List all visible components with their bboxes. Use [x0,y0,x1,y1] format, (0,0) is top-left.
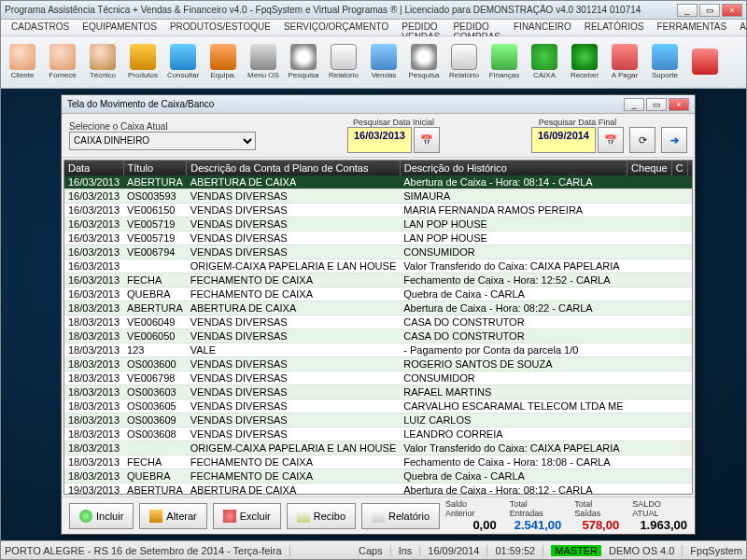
minimize-button[interactable]: _ [677,4,698,17]
menu-financeiro[interactable]: FINANCEIRO [507,20,578,35]
menu-ferramentas[interactable]: FERRAMENTAS [650,20,733,35]
tool-cliente[interactable]: Cliente [3,38,42,85]
table-header-row: DataTítuloDescrição da Conta d Plano de … [64,161,693,175]
col-header[interactable]: Título [123,161,187,175]
date-start-value[interactable]: 16/03/2013 [347,127,412,153]
tool-financas[interactable]: Finanças [485,38,524,85]
excluir-button[interactable]: Excluir [213,503,281,529]
table-row[interactable]: 18/03/2013VE006049VENDAS DIVERSASCASA DO… [64,315,693,329]
date-start-picker-icon[interactable]: 📅 [414,127,440,153]
table-row[interactable]: 18/03/2013OS003603VENDAS DIVERSASRAFAEL … [64,385,693,399]
add-icon [79,510,92,523]
incluir-button[interactable]: Incluir [69,503,134,529]
col-header[interactable]: Descrição do Histórico [400,161,627,175]
menu-relatórios[interactable]: RELATÓRIOS [578,20,651,35]
financas-icon [491,44,517,70]
grid[interactable]: DataTítuloDescrição da Conta d Plano de … [63,160,693,495]
table-row[interactable]: 16/03/2013ORIGEM-CAIXA PAPELARIA E LAN H… [64,259,693,273]
maximize-button[interactable]: ▭ [699,4,720,17]
date-end-picker-icon[interactable]: 📅 [598,127,624,153]
content-area: Tela do Movimento de Caixa/Banco _ ▭ × S… [1,89,746,540]
equipa-icon [210,44,236,70]
window-buttons: _ ▭ × [677,4,742,17]
col-header[interactable]: Data [64,161,123,175]
dialog-title: Tela do Movimento de Caixa/Banco [67,99,624,109]
table-row[interactable]: 18/03/2013123VALE- Pagamento por Conta d… [64,343,693,357]
next-icon[interactable]: ➔ [661,127,687,153]
date-end-value[interactable]: 16/09/2014 [531,127,596,153]
tool-suporte[interactable]: Suporte [645,38,684,85]
tool-pesquisa[interactable]: Pesquisa [284,38,323,85]
col-header[interactable]: Cheque [627,161,672,175]
table-row[interactable]: 18/03/2013OS003609VENDAS DIVERSASLUIZ CA… [64,413,693,427]
menu-serviço/orçamento[interactable]: SERVIÇO/ORÇAMENTO [277,20,395,35]
tool-relatorio[interactable]: Relatório [324,38,363,85]
consultar-icon [170,44,196,70]
table-row[interactable]: 16/03/2013VE006794VENDAS DIVERSASCONSUMI… [64,245,693,259]
main-window: Programa Assistência Técnica + Vendas & … [0,0,747,560]
toolbar: ClienteForneceTécnicoProdutosConsultarEq… [1,36,746,89]
menu-pedido compras[interactable]: PEDIDO COMPRAS [446,20,507,35]
col-header[interactable]: Descrição da Conta d Plano de Contas [187,161,400,175]
tool-receber[interactable]: Receber [565,38,604,85]
menu-pedido vendas[interactable]: PEDIDO VENDAS [395,20,446,35]
table-row[interactable]: 16/03/2013FECHAFECHAMENTO DE CAIXAFecham… [64,273,693,287]
table-row[interactable]: 16/03/2013ABERTURAABERTURA DE CAIXAAbert… [64,175,693,189]
tool-vendas[interactable]: Vendas [364,38,403,85]
table-row[interactable]: 16/03/2013OS003593VENDAS DIVERSASSIMAURA… [64,189,693,203]
table-row[interactable]: 19/03/2013ABERTURAABERTURA DE CAIXAAbert… [64,483,693,496]
tool-fornece[interactable]: Fornece [43,38,82,85]
tool-equipa[interactable]: Equipa. [204,38,243,85]
tool-pesquisa[interactable]: Pesquisa [404,38,444,85]
status-system: FpqSystem [690,545,742,556]
table-row[interactable]: 18/03/2013VE006798VENDAS DIVERSASCONSUMI… [64,371,693,385]
tool-menu[interactable]: Menu OS [244,38,283,85]
recibo-button[interactable]: Recibo [287,503,356,529]
table-row[interactable]: 18/03/2013QUEBRAFECHAMENTO DE CAIXAQuebr… [64,469,693,483]
table-row[interactable]: 18/03/2013OS003605VENDAS DIVERSASCARVALH… [64,399,693,413]
tool-apagar[interactable]: A Pagar [605,38,644,85]
tool-relatorio[interactable]: Relatório [444,38,484,85]
dialog-filter-bar: Selecione o Caixa Atual CAIXA DINHEIRO P… [62,114,695,158]
refresh-icon[interactable]: ⟳ [629,127,655,153]
alterar-button[interactable]: Alterar [139,503,206,529]
relatorio-button[interactable]: Relatório [361,503,440,529]
table-row[interactable]: 18/03/2013OS003600VENDAS DIVERSASROGERIO… [64,357,693,371]
edit-icon [149,510,162,523]
table-row[interactable]: 18/03/2013OS003608VENDAS DIVERSASLEANDRO… [64,427,693,441]
receber-icon [571,44,598,70]
table-row[interactable]: 18/03/2013FECHAFECHAMENTO DE CAIXAFecham… [64,455,693,469]
tool-caixa[interactable]: CAIXA [525,38,564,85]
sair-icon [692,49,718,75]
menu-cadastros[interactable]: CADASTROS [5,20,76,35]
menu-ajuda[interactable]: AJUDA [733,20,747,35]
table-row[interactable]: 16/03/2013VE005719VENDAS DIVERSASLAN POP… [64,217,693,231]
table-row[interactable]: 16/03/2013VE005719VENDAS DIVERSASLAN POP… [64,231,693,245]
status-location: PORTO ALEGRE - RS 16 de Setembro de 2014… [5,545,290,556]
dialog-maximize-button[interactable]: ▭ [646,98,667,111]
caixa-select[interactable]: CAIXA DINHEIRO [69,132,256,150]
col-header[interactable]: Entrada [687,161,693,175]
relatorio-icon [451,44,477,70]
tool-consultar[interactable]: Consultar [163,38,203,85]
table-row[interactable]: 18/03/2013VE006050VENDAS DIVERSASCASA DO… [64,329,693,343]
total-saidas-value: 578,00 [582,518,619,532]
tool-produtos[interactable]: Produtos [123,38,162,85]
totals: Saldo Anterior0,00 Total Entradas2.541,0… [445,499,687,532]
caixa-icon [531,44,557,70]
dialog-minimize-button[interactable]: _ [624,98,644,111]
table-row[interactable]: 16/03/2013QUEBRAFECHAMENTO DE CAIXAQuebr… [64,287,693,301]
table-row[interactable]: 18/03/2013ABERTURAABERTURA DE CAIXAAbert… [64,301,693,315]
col-header[interactable]: C [671,161,687,175]
status-caps: Caps [359,545,391,556]
tool-tecnico[interactable]: Técnico [83,38,122,85]
menu-equipamentos[interactable]: EQUIPAMENTOS [76,20,163,35]
tool-sair[interactable] [685,38,725,85]
close-button[interactable]: × [722,4,742,17]
table-row[interactable]: 18/03/2013ORIGEM-CAIXA PAPELARIA E LAN H… [64,441,693,455]
dialog-close-button[interactable]: × [669,98,689,111]
menu-produtos/estoque[interactable]: PRODUTOS/ESTOQUE [163,20,277,35]
saldo-anterior-value: 0,00 [472,518,496,532]
table-row[interactable]: 16/03/2013VE006150VENDAS DIVERSASMARIA F… [64,203,693,217]
menu-icon [250,44,276,70]
